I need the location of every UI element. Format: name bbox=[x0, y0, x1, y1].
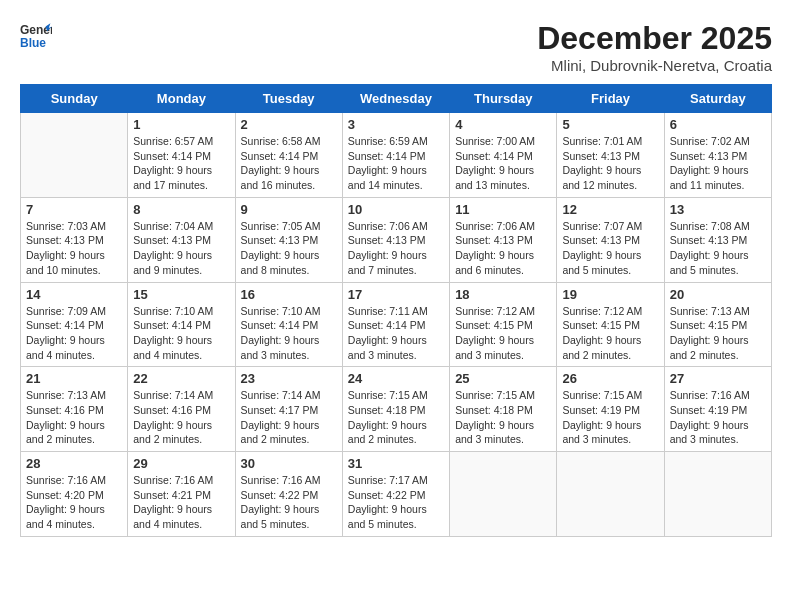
day-number: 21 bbox=[26, 371, 122, 386]
day-info: Sunrise: 7:05 AM Sunset: 4:13 PM Dayligh… bbox=[241, 219, 337, 278]
calendar-cell: 2Sunrise: 6:58 AM Sunset: 4:14 PM Daylig… bbox=[235, 113, 342, 198]
calendar-cell: 9Sunrise: 7:05 AM Sunset: 4:13 PM Daylig… bbox=[235, 197, 342, 282]
day-number: 24 bbox=[348, 371, 444, 386]
day-info: Sunrise: 7:14 AM Sunset: 4:16 PM Dayligh… bbox=[133, 388, 229, 447]
day-number: 15 bbox=[133, 287, 229, 302]
day-number: 29 bbox=[133, 456, 229, 471]
calendar-cell: 29Sunrise: 7:16 AM Sunset: 4:21 PM Dayli… bbox=[128, 452, 235, 537]
day-number: 20 bbox=[670, 287, 766, 302]
calendar-week-3: 14Sunrise: 7:09 AM Sunset: 4:14 PM Dayli… bbox=[21, 282, 772, 367]
day-info: Sunrise: 7:17 AM Sunset: 4:22 PM Dayligh… bbox=[348, 473, 444, 532]
calendar-cell: 6Sunrise: 7:02 AM Sunset: 4:13 PM Daylig… bbox=[664, 113, 771, 198]
day-info: Sunrise: 7:00 AM Sunset: 4:14 PM Dayligh… bbox=[455, 134, 551, 193]
calendar-cell: 4Sunrise: 7:00 AM Sunset: 4:14 PM Daylig… bbox=[450, 113, 557, 198]
day-number: 7 bbox=[26, 202, 122, 217]
calendar-cell: 17Sunrise: 7:11 AM Sunset: 4:14 PM Dayli… bbox=[342, 282, 449, 367]
title-block: December 2025 Mlini, Dubrovnik-Neretva, … bbox=[537, 20, 772, 74]
day-info: Sunrise: 6:57 AM Sunset: 4:14 PM Dayligh… bbox=[133, 134, 229, 193]
day-info: Sunrise: 7:08 AM Sunset: 4:13 PM Dayligh… bbox=[670, 219, 766, 278]
calendar-week-2: 7Sunrise: 7:03 AM Sunset: 4:13 PM Daylig… bbox=[21, 197, 772, 282]
calendar-cell: 23Sunrise: 7:14 AM Sunset: 4:17 PM Dayli… bbox=[235, 367, 342, 452]
svg-text:Blue: Blue bbox=[20, 36, 46, 50]
day-number: 25 bbox=[455, 371, 551, 386]
weekday-header-saturday: Saturday bbox=[664, 85, 771, 113]
day-info: Sunrise: 7:11 AM Sunset: 4:14 PM Dayligh… bbox=[348, 304, 444, 363]
day-info: Sunrise: 7:02 AM Sunset: 4:13 PM Dayligh… bbox=[670, 134, 766, 193]
logo: General Blue bbox=[20, 20, 52, 52]
day-number: 13 bbox=[670, 202, 766, 217]
weekday-header-tuesday: Tuesday bbox=[235, 85, 342, 113]
day-number: 17 bbox=[348, 287, 444, 302]
day-number: 30 bbox=[241, 456, 337, 471]
logo-icon: General Blue bbox=[20, 20, 52, 52]
day-number: 28 bbox=[26, 456, 122, 471]
calendar-cell: 15Sunrise: 7:10 AM Sunset: 4:14 PM Dayli… bbox=[128, 282, 235, 367]
calendar-cell: 26Sunrise: 7:15 AM Sunset: 4:19 PM Dayli… bbox=[557, 367, 664, 452]
calendar-cell: 12Sunrise: 7:07 AM Sunset: 4:13 PM Dayli… bbox=[557, 197, 664, 282]
day-info: Sunrise: 7:16 AM Sunset: 4:22 PM Dayligh… bbox=[241, 473, 337, 532]
day-info: Sunrise: 7:14 AM Sunset: 4:17 PM Dayligh… bbox=[241, 388, 337, 447]
day-number: 6 bbox=[670, 117, 766, 132]
day-number: 12 bbox=[562, 202, 658, 217]
day-info: Sunrise: 7:06 AM Sunset: 4:13 PM Dayligh… bbox=[455, 219, 551, 278]
day-info: Sunrise: 7:10 AM Sunset: 4:14 PM Dayligh… bbox=[133, 304, 229, 363]
day-number: 4 bbox=[455, 117, 551, 132]
subtitle: Mlini, Dubrovnik-Neretva, Croatia bbox=[537, 57, 772, 74]
day-number: 10 bbox=[348, 202, 444, 217]
calendar-cell: 13Sunrise: 7:08 AM Sunset: 4:13 PM Dayli… bbox=[664, 197, 771, 282]
day-info: Sunrise: 7:13 AM Sunset: 4:16 PM Dayligh… bbox=[26, 388, 122, 447]
day-number: 1 bbox=[133, 117, 229, 132]
day-info: Sunrise: 7:16 AM Sunset: 4:20 PM Dayligh… bbox=[26, 473, 122, 532]
day-number: 3 bbox=[348, 117, 444, 132]
day-number: 31 bbox=[348, 456, 444, 471]
day-info: Sunrise: 7:10 AM Sunset: 4:14 PM Dayligh… bbox=[241, 304, 337, 363]
day-info: Sunrise: 7:13 AM Sunset: 4:15 PM Dayligh… bbox=[670, 304, 766, 363]
calendar-cell: 18Sunrise: 7:12 AM Sunset: 4:15 PM Dayli… bbox=[450, 282, 557, 367]
day-number: 26 bbox=[562, 371, 658, 386]
day-info: Sunrise: 7:01 AM Sunset: 4:13 PM Dayligh… bbox=[562, 134, 658, 193]
page-header: General Blue December 2025 Mlini, Dubrov… bbox=[20, 20, 772, 74]
day-info: Sunrise: 7:09 AM Sunset: 4:14 PM Dayligh… bbox=[26, 304, 122, 363]
day-number: 2 bbox=[241, 117, 337, 132]
day-info: Sunrise: 7:12 AM Sunset: 4:15 PM Dayligh… bbox=[455, 304, 551, 363]
calendar-cell: 31Sunrise: 7:17 AM Sunset: 4:22 PM Dayli… bbox=[342, 452, 449, 537]
day-info: Sunrise: 7:03 AM Sunset: 4:13 PM Dayligh… bbox=[26, 219, 122, 278]
day-info: Sunrise: 7:06 AM Sunset: 4:13 PM Dayligh… bbox=[348, 219, 444, 278]
calendar-week-1: 1Sunrise: 6:57 AM Sunset: 4:14 PM Daylig… bbox=[21, 113, 772, 198]
day-info: Sunrise: 7:15 AM Sunset: 4:19 PM Dayligh… bbox=[562, 388, 658, 447]
main-title: December 2025 bbox=[537, 20, 772, 57]
calendar-cell bbox=[21, 113, 128, 198]
day-number: 23 bbox=[241, 371, 337, 386]
calendar-cell: 28Sunrise: 7:16 AM Sunset: 4:20 PM Dayli… bbox=[21, 452, 128, 537]
calendar-cell: 30Sunrise: 7:16 AM Sunset: 4:22 PM Dayli… bbox=[235, 452, 342, 537]
weekday-header-wednesday: Wednesday bbox=[342, 85, 449, 113]
day-number: 5 bbox=[562, 117, 658, 132]
calendar-cell: 8Sunrise: 7:04 AM Sunset: 4:13 PM Daylig… bbox=[128, 197, 235, 282]
calendar-cell bbox=[450, 452, 557, 537]
calendar-cell: 10Sunrise: 7:06 AM Sunset: 4:13 PM Dayli… bbox=[342, 197, 449, 282]
calendar-cell: 24Sunrise: 7:15 AM Sunset: 4:18 PM Dayli… bbox=[342, 367, 449, 452]
weekday-header-friday: Friday bbox=[557, 85, 664, 113]
day-info: Sunrise: 7:04 AM Sunset: 4:13 PM Dayligh… bbox=[133, 219, 229, 278]
calendar-cell: 25Sunrise: 7:15 AM Sunset: 4:18 PM Dayli… bbox=[450, 367, 557, 452]
day-info: Sunrise: 7:12 AM Sunset: 4:15 PM Dayligh… bbox=[562, 304, 658, 363]
calendar-cell: 20Sunrise: 7:13 AM Sunset: 4:15 PM Dayli… bbox=[664, 282, 771, 367]
calendar-cell: 22Sunrise: 7:14 AM Sunset: 4:16 PM Dayli… bbox=[128, 367, 235, 452]
calendar-week-4: 21Sunrise: 7:13 AM Sunset: 4:16 PM Dayli… bbox=[21, 367, 772, 452]
weekday-header-sunday: Sunday bbox=[21, 85, 128, 113]
day-number: 11 bbox=[455, 202, 551, 217]
calendar-cell: 16Sunrise: 7:10 AM Sunset: 4:14 PM Dayli… bbox=[235, 282, 342, 367]
calendar-cell: 21Sunrise: 7:13 AM Sunset: 4:16 PM Dayli… bbox=[21, 367, 128, 452]
calendar-cell bbox=[557, 452, 664, 537]
day-number: 8 bbox=[133, 202, 229, 217]
calendar-cell: 27Sunrise: 7:16 AM Sunset: 4:19 PM Dayli… bbox=[664, 367, 771, 452]
calendar-table: SundayMondayTuesdayWednesdayThursdayFrid… bbox=[20, 84, 772, 537]
day-number: 19 bbox=[562, 287, 658, 302]
calendar-cell: 1Sunrise: 6:57 AM Sunset: 4:14 PM Daylig… bbox=[128, 113, 235, 198]
calendar-cell: 19Sunrise: 7:12 AM Sunset: 4:15 PM Dayli… bbox=[557, 282, 664, 367]
day-number: 14 bbox=[26, 287, 122, 302]
calendar-week-5: 28Sunrise: 7:16 AM Sunset: 4:20 PM Dayli… bbox=[21, 452, 772, 537]
day-number: 9 bbox=[241, 202, 337, 217]
weekday-header-monday: Monday bbox=[128, 85, 235, 113]
calendar-cell bbox=[664, 452, 771, 537]
